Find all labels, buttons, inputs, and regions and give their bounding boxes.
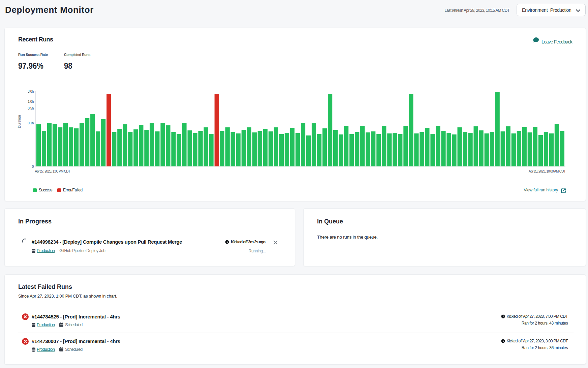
svg-text:0.1h: 0.1h xyxy=(28,121,34,125)
svg-text:0.5h: 0.5h xyxy=(28,106,34,110)
svg-text:1.0h: 1.0h xyxy=(28,100,34,103)
svg-text:3.0h: 3.0h xyxy=(28,90,34,93)
svg-text:Duration: Duration xyxy=(17,115,21,128)
svg-text:Apr 28, 2023, 10:00 AM CDT: Apr 28, 2023, 10:00 AM CDT xyxy=(529,170,566,173)
svg-text:0: 0 xyxy=(32,165,34,168)
svg-text:Apr 27, 2023, 1:00 PM CDT: Apr 27, 2023, 1:00 PM CDT xyxy=(35,170,70,173)
